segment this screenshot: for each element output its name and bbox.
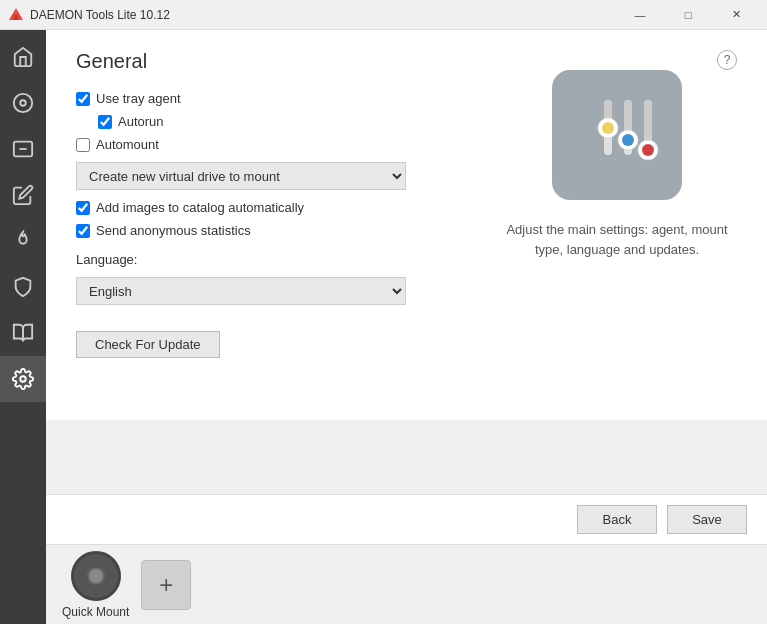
- svg-point-18: [642, 144, 654, 156]
- quickmount-bar: Quick Mount +: [46, 544, 767, 624]
- language-dropdown[interactable]: English Deutsch Français Español Italian…: [76, 277, 406, 305]
- sidebar-item-media[interactable]: [0, 310, 46, 356]
- sidebar-item-edit[interactable]: [0, 172, 46, 218]
- check-update-button[interactable]: Check For Update: [76, 331, 220, 358]
- settings-svg: [572, 90, 662, 180]
- svg-rect-1: [14, 15, 18, 20]
- svg-point-3: [20, 100, 26, 106]
- section-title: General: [76, 50, 477, 73]
- anon-stats-row: Send anonymous statistics: [76, 223, 477, 238]
- use-tray-agent-checkbox[interactable]: [76, 92, 90, 106]
- sidebar: [0, 30, 46, 624]
- create-mount-dropdown[interactable]: Create new virtual drive to mount Mount …: [76, 162, 406, 190]
- automount-label[interactable]: Automount: [96, 137, 159, 152]
- settings-illustration: [552, 70, 682, 200]
- add-images-row: Add images to catalog automatically: [76, 200, 477, 215]
- use-tray-agent-label[interactable]: Use tray agent: [96, 91, 181, 106]
- content-area: General Use tray agent Autorun Aut: [46, 30, 767, 624]
- info-description: Adjust the main settings: agent, mount t…: [497, 220, 737, 259]
- window-title: DAEMON Tools Lite 10.12: [30, 8, 617, 22]
- quickmount-add-button[interactable]: +: [141, 560, 191, 610]
- plus-icon: +: [159, 571, 173, 599]
- save-button[interactable]: Save: [667, 505, 747, 534]
- automount-row: Automount: [76, 137, 477, 152]
- svg-point-14: [622, 134, 634, 146]
- settings-left: General Use tray agent Autorun Aut: [76, 50, 477, 474]
- language-label: Language:: [76, 252, 477, 267]
- help-icon[interactable]: ?: [717, 50, 737, 70]
- create-mount-row: Create new virtual drive to mount Mount …: [76, 162, 477, 190]
- bottom-bar: Back Save: [46, 494, 767, 544]
- maximize-button[interactable]: □: [665, 0, 711, 30]
- sidebar-item-drive[interactable]: [0, 126, 46, 172]
- anon-stats-label[interactable]: Send anonymous statistics: [96, 223, 251, 238]
- svg-point-2: [14, 94, 32, 112]
- svg-point-10: [602, 122, 614, 134]
- use-tray-agent-row: Use tray agent: [76, 91, 477, 106]
- settings-right: ?: [497, 50, 737, 474]
- svg-point-6: [20, 376, 26, 382]
- sidebar-item-burn[interactable]: [0, 218, 46, 264]
- quickmount-disc-item: Quick Mount: [62, 551, 129, 619]
- main-panel: General Use tray agent Autorun Aut: [46, 30, 767, 494]
- app-icon: [8, 7, 24, 23]
- sidebar-item-settings[interactable]: [0, 356, 46, 402]
- anon-stats-checkbox[interactable]: [76, 224, 90, 238]
- quickmount-label: Quick Mount: [62, 605, 129, 619]
- back-button[interactable]: Back: [577, 505, 657, 534]
- sidebar-item-protect[interactable]: [0, 264, 46, 310]
- autorun-label[interactable]: Autorun: [118, 114, 164, 129]
- add-images-label[interactable]: Add images to catalog automatically: [96, 200, 304, 215]
- automount-checkbox[interactable]: [76, 138, 90, 152]
- minimize-button[interactable]: —: [617, 0, 663, 30]
- titlebar: DAEMON Tools Lite 10.12 — □ ✕: [0, 0, 767, 30]
- language-dropdown-row: English Deutsch Français Español Italian…: [76, 277, 477, 305]
- sidebar-item-disc[interactable]: [0, 80, 46, 126]
- autorun-row: Autorun: [98, 114, 477, 129]
- quickmount-disc-button[interactable]: [71, 551, 121, 601]
- add-images-checkbox[interactable]: [76, 201, 90, 215]
- autorun-checkbox[interactable]: [98, 115, 112, 129]
- language-section: Language: English Deutsch Français Españ…: [76, 252, 477, 305]
- close-button[interactable]: ✕: [713, 0, 759, 30]
- window-controls: — □ ✕: [617, 0, 759, 30]
- app-body: General Use tray agent Autorun Aut: [0, 30, 767, 624]
- sidebar-item-home[interactable]: [0, 34, 46, 80]
